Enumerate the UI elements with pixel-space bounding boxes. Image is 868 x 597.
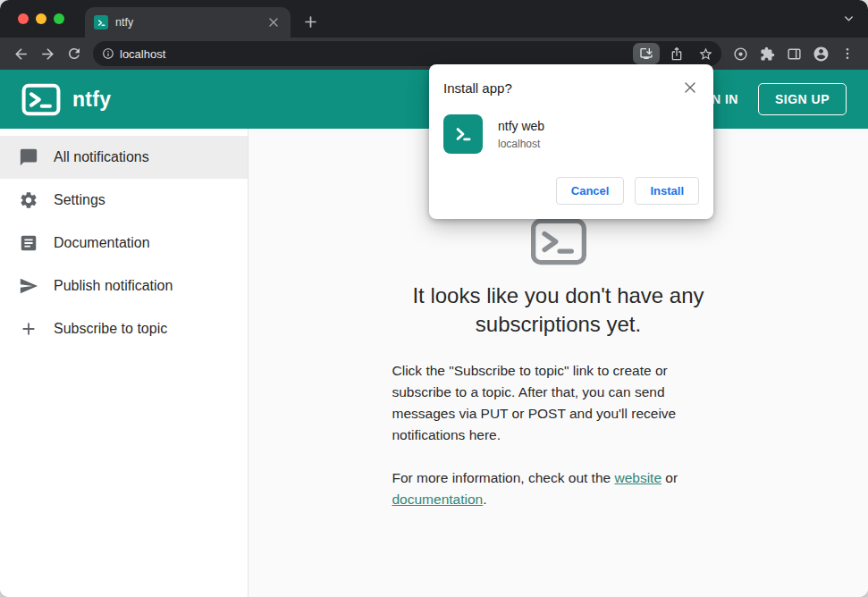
more-info-text: or [662, 470, 678, 485]
address-bar[interactable]: localhost [93, 41, 721, 66]
bookmark-star-icon[interactable] [694, 42, 717, 65]
sidebar-item-publish-notification[interactable]: Publish notification [0, 265, 248, 307]
close-window-button[interactable] [18, 13, 29, 24]
close-tab-icon[interactable] [265, 14, 282, 30]
terminal-icon [530, 218, 587, 269]
cancel-button[interactable]: Cancel [556, 177, 625, 205]
sidebar-item-documentation[interactable]: Documentation [0, 222, 248, 265]
close-popup-icon[interactable] [681, 79, 699, 97]
more-info-text: For more information, check out the [392, 470, 615, 485]
send-icon [18, 276, 39, 296]
ntfy-favicon-icon [94, 15, 108, 29]
site-info-icon[interactable] [102, 47, 114, 60]
tab-title: ntfy [115, 16, 258, 29]
empty-state-heading: It looks like you don't have any subscri… [392, 282, 725, 339]
back-button[interactable] [7, 40, 34, 67]
empty-state-more: For more information, check out the webs… [392, 467, 725, 510]
gear-icon [18, 190, 39, 210]
minimize-window-button[interactable] [36, 13, 46, 24]
extensions-puzzle-icon[interactable] [754, 40, 780, 67]
install-app-name: ntfy web [498, 119, 544, 133]
more-info-text: . [483, 492, 486, 507]
website-link[interactable]: website [614, 470, 662, 485]
browser-window: ntfy localhost [0, 0, 868, 597]
sign-up-button[interactable]: SIGN UP [758, 83, 847, 115]
sidebar-item-settings[interactable]: Settings [0, 179, 248, 222]
install-app-icon[interactable] [633, 43, 660, 64]
browser-tab-ntfy[interactable]: ntfy [85, 7, 291, 38]
address-bar-url: localhost [120, 47, 628, 61]
sidebar-item-label: Documentation [54, 235, 150, 251]
macos-traffic-lights [18, 13, 64, 24]
sidebar-item-label: Publish notification [54, 278, 173, 294]
ntfy-logo-icon [21, 83, 61, 116]
reload-button[interactable] [61, 40, 88, 67]
fullscreen-window-button[interactable] [54, 13, 64, 24]
side-panel-icon[interactable] [780, 40, 807, 67]
profile-avatar-icon[interactable] [807, 40, 834, 67]
share-icon[interactable] [665, 42, 688, 65]
sidebar-item-label: Settings [54, 192, 105, 208]
documentation-link[interactable]: documentation [392, 492, 484, 507]
empty-state: It looks like you don't have any subscri… [392, 218, 725, 510]
forward-button[interactable] [34, 40, 61, 67]
book-icon [18, 233, 39, 253]
browser-titlebar: ntfy [0, 0, 868, 38]
ntfy-app-icon [443, 114, 483, 154]
install-app-popup: Install app? ntfy web localhost Cancel I… [429, 64, 713, 219]
plus-icon [18, 319, 39, 339]
new-tab-button[interactable] [298, 9, 323, 34]
chat-bubble-icon [18, 147, 39, 167]
brand-name: ntfy [72, 88, 111, 112]
install-popup-title: Install app? [443, 79, 512, 96]
install-button[interactable]: Install [635, 177, 699, 205]
sidebar-item-all-notifications[interactable]: All notifications [0, 136, 248, 179]
tab-search-chevron-icon[interactable] [842, 12, 855, 25]
menu-kebab-icon[interactable] [834, 40, 861, 67]
install-app-origin: localhost [498, 138, 544, 150]
sidebar-item-label: Subscribe to topic [54, 321, 167, 337]
sidebar-item-label: All notifications [54, 149, 149, 165]
empty-state-body: Click the "Subscribe to topic" link to c… [392, 360, 725, 446]
sidebar: All notifications Settings Documentation… [0, 129, 249, 597]
pinned-extension-icon[interactable] [727, 40, 754, 67]
sidebar-item-subscribe-to-topic[interactable]: Subscribe to topic [0, 307, 248, 350]
